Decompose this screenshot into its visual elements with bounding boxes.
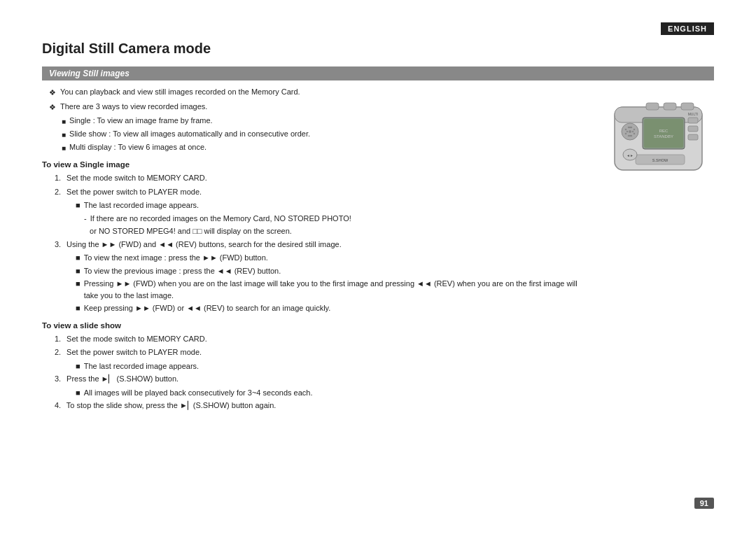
svg-point-9 [633,133,634,134]
square-icon: ■ [76,265,80,277]
steps-single: 1. Set the mode switch to MEMORY CARD. 2… [55,172,588,314]
subheading-slideshow: To view a slide show [42,321,588,330]
svg-rect-28 [646,103,659,110]
page-number: 91 [694,498,714,509]
svg-rect-20 [688,118,698,123]
content-area: ❖ You can playback and view still images… [42,86,714,414]
sub-bullet-single: ■ Single : To view an image frame by fra… [62,115,588,127]
svg-point-12 [627,127,629,128]
svg-point-11 [631,131,633,132]
step-1-1: 1. Set the mode switch to MEMORY CARD. [55,172,588,184]
svg-point-15 [630,135,631,136]
square-icon: ■ [62,116,66,127]
square-icon: ■ [76,278,80,290]
square-icon: ■ [76,360,80,372]
step2b-sub: ■ The last recorded image appears. [76,360,588,372]
step3-sub-2: ■ To view the previous image : press the… [76,265,588,277]
svg-rect-21 [688,126,698,132]
step-2-dash-1: - If there are no recorded images on the… [84,213,588,225]
step3-sub-1: ■ To view the next image : press the ►► … [76,252,588,264]
step-2-sub: ■ The last recorded image appears. [76,199,588,211]
step3b-sub: ■ All images will be played back consecu… [76,387,588,399]
svg-text:S.SHOW: S.SHOW [652,158,668,162]
square-icon: ■ [76,199,80,211]
svg-rect-29 [664,103,676,110]
subheading-single: To view a Single image [42,160,588,169]
text-col: ❖ You can playback and view still images… [42,86,588,414]
svg-text:MULTI: MULTI [687,112,698,116]
camera-illustration: REC STANDBY MULTI S.SHOW ◄► [608,93,709,184]
square-icon: ■ [76,252,80,264]
svg-point-8 [624,133,626,134]
page-title: Digital Still Camera mode [42,41,714,57]
step3-sub-4: ■ Keep pressing ►► (FWD) or ◄◄ (REV) to … [76,302,588,314]
page: ENGLISH Digital Still Camera mode Viewin… [0,0,756,534]
square-icon: ■ [76,387,80,399]
svg-point-10 [626,131,627,132]
step3-sub-3: ■ Pressing ►► (FWD) when you are on the … [76,278,588,301]
svg-rect-17 [644,119,683,148]
camera-image-col: REC STANDBY MULTI S.SHOW ◄► [602,86,714,414]
section-header: Viewing Still images [42,66,714,80]
steps-slideshow: 1. Set the mode switch to MEMORY CARD. 2… [55,333,588,412]
step-2-4: 4. To stop the slide show, press the ►▏(… [55,400,588,412]
svg-point-14 [627,135,629,136]
sub-bullet-slideshow: ■ Slide show : To view all images automa… [62,128,588,140]
diamond-icon: ❖ [49,101,56,113]
svg-text:◄►: ◄► [626,153,634,157]
bullet-1: ❖ You can playback and view still images… [49,86,588,99]
square-icon: ■ [76,302,80,314]
svg-text:REC: REC [659,129,668,133]
bullet-2: ❖ There are 3 ways to view recorded imag… [49,101,588,113]
svg-point-3 [629,130,631,133]
diamond-icon: ❖ [49,87,56,99]
english-badge: ENGLISH [661,22,714,35]
step-2-3: 3. Press the ►▏ (S.SHOW) button. [55,373,588,385]
svg-point-7 [633,129,634,130]
square-icon: ■ [62,129,66,140]
step-1-3: 3. Using the ►► (FWD) and ◄◄ (REV) butto… [55,239,588,251]
step-2-dash-2: or NO STORED MPEG4! and □□ will display … [84,225,588,237]
svg-point-13 [630,127,631,128]
step-2-2: 2. Set the power switch to PLAYER mode. [55,346,588,358]
svg-point-6 [624,129,626,130]
svg-rect-30 [681,103,694,110]
step-2-1: 1. Set the mode switch to MEMORY CARD. [55,333,588,345]
square-icon: ■ [62,143,66,153]
svg-rect-22 [688,134,698,140]
step-1-2: 2. Set the power switch to PLAYER mode. [55,186,588,198]
svg-text:STANDBY: STANDBY [654,134,673,139]
sub-bullet-multi: ■ Multi display : To view 6 images at on… [62,141,588,153]
